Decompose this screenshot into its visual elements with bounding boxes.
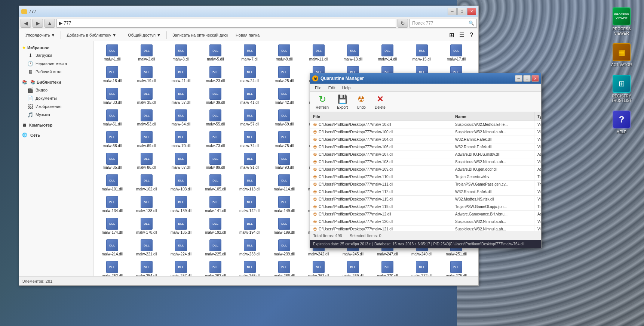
desktop-icon-process-viewer[interactable]: PROCESSVIEWER PROCESS VIEWER bbox=[607, 7, 637, 36]
table-row[interactable]: ☢ C:\Users\Proffkom\Desktop\777\malw-106… bbox=[310, 143, 541, 151]
list-item[interactable]: DLL malw-178.dll bbox=[130, 216, 163, 237]
qm-close-button[interactable]: ✕ bbox=[531, 75, 539, 82]
list-item[interactable]: DLL malw-93.dll bbox=[267, 151, 301, 172]
list-item[interactable]: DLL malw-113.dll bbox=[233, 173, 267, 193]
sidebar-favorites-header[interactable]: ★ Избранное bbox=[19, 44, 93, 51]
list-item[interactable]: DLL malw-91.dll bbox=[233, 151, 267, 172]
search-box[interactable]: Поиск 777 🔍 bbox=[410, 19, 477, 28]
sidebar-item-images[interactable]: 🖼 Изображения bbox=[19, 102, 93, 111]
list-item[interactable]: DLL malw-35.dll bbox=[130, 86, 163, 107]
desktop-icon-help[interactable]: ? HELP bbox=[607, 111, 637, 134]
list-item[interactable]: DLL malw-199.dll bbox=[267, 216, 301, 237]
qm-export-button[interactable]: 💾 Export bbox=[334, 93, 350, 111]
qm-delete-button[interactable]: ✕ Delete bbox=[372, 93, 388, 111]
sidebar-item-music[interactable]: 🎵 Музыка bbox=[19, 111, 93, 119]
list-item[interactable]: DLL malw-2.dll bbox=[130, 43, 163, 63]
table-row[interactable]: ☢ C:\Users\Proffkom\Desktop\777\malw-107… bbox=[310, 151, 541, 158]
list-item[interactable]: DLL malw-70.dll bbox=[164, 129, 198, 150]
list-item[interactable]: DLL malw-59.dll bbox=[267, 108, 301, 128]
list-item[interactable]: DLL malw-11.dll bbox=[302, 43, 335, 63]
list-item[interactable]: DLL malw-89.dll bbox=[199, 151, 232, 172]
list-item[interactable]: DLL malw-141.dll bbox=[199, 194, 232, 215]
table-row[interactable]: ☢ C:\Users\Proffkom\Desktop\777\malw-104… bbox=[310, 136, 541, 143]
list-item[interactable]: DLL malw-73.dll bbox=[199, 129, 232, 150]
table-row[interactable]: ☢ C:\Users\Proffkom\Desktop\777\malw-110… bbox=[310, 173, 541, 181]
list-item[interactable]: DLL malw-17.dll bbox=[439, 43, 473, 63]
list-item[interactable]: DLL malw-239.dll bbox=[267, 237, 301, 258]
explorer-close-button[interactable]: ✕ bbox=[467, 8, 476, 15]
view-icon[interactable]: ☰ bbox=[457, 31, 467, 39]
list-item[interactable]: DLL malw-270.dll bbox=[371, 259, 404, 276]
sidebar-libraries-header[interactable]: 📚 📚 Библиотеки bbox=[19, 79, 93, 86]
sidebar-item-desktop[interactable]: 🖥 Рабочий стол bbox=[19, 68, 93, 76]
list-item[interactable]: DLL malw-75.dll bbox=[267, 129, 301, 150]
table-row[interactable]: ☢ C:\Users\Proffkom\Desktop\777\malw-108… bbox=[310, 158, 541, 166]
list-item[interactable]: DLL malw-24.dll bbox=[233, 64, 267, 85]
list-item[interactable]: DLL malw-14.dll bbox=[371, 43, 404, 63]
desktop-icon-activator[interactable]: ▦ ACTIVATOR bbox=[607, 43, 637, 67]
sidebar-computer-header[interactable]: 🖥 Компьютер bbox=[19, 122, 93, 128]
list-item[interactable]: DLL malw-1.dll bbox=[95, 43, 129, 63]
list-item[interactable]: DLL malw-18.dll bbox=[95, 64, 129, 85]
list-item[interactable]: DLL malw-21.dll bbox=[164, 64, 198, 85]
table-row[interactable]: ☢ C:\Users\Proffkom\Desktop\777\malw-120… bbox=[310, 218, 541, 226]
list-item[interactable]: DLL malw-85.dll bbox=[95, 151, 129, 172]
list-item[interactable]: DLL malw-174.dll bbox=[95, 216, 129, 237]
list-item[interactable]: DLL malw-221.dll bbox=[130, 237, 163, 258]
qm-menu-help[interactable]: Help bbox=[339, 84, 354, 91]
list-item[interactable]: DLL malw-192.dll bbox=[199, 216, 232, 237]
list-item[interactable]: DLL malw-105.dll bbox=[199, 173, 232, 193]
list-item[interactable]: DLL malw-266.dll bbox=[267, 259, 301, 276]
qm-menu-file[interactable]: File bbox=[312, 84, 325, 91]
list-item[interactable]: DLL malw-69.dll bbox=[130, 129, 163, 150]
table-row[interactable]: ☢ C:\Users\Proffkom\Desktop\777\malw-119… bbox=[310, 203, 541, 211]
list-item[interactable]: DLL malw-57.dll bbox=[233, 108, 267, 128]
list-item[interactable]: DLL malw-33.dll bbox=[95, 86, 129, 107]
list-item[interactable]: DLL malw-39.dll bbox=[199, 86, 232, 107]
list-item[interactable]: DLL malw-114.dll bbox=[267, 173, 301, 193]
list-item[interactable]: DLL malw-185.dll bbox=[164, 216, 198, 237]
list-item[interactable]: DLL malw-15.dll bbox=[405, 43, 439, 63]
list-item[interactable]: DLL malw-103.dll bbox=[164, 173, 198, 193]
list-item[interactable]: DLL malw-142.dll bbox=[233, 194, 267, 215]
qm-minimize-button[interactable]: ─ bbox=[515, 75, 522, 82]
qm-menu-edit[interactable]: Edit bbox=[325, 84, 339, 91]
refresh-button[interactable]: ↻ bbox=[398, 19, 408, 28]
explorer-minimize-button[interactable]: ─ bbox=[448, 8, 457, 15]
list-item[interactable]: DLL malw-225.dll bbox=[199, 237, 232, 258]
list-item[interactable]: DLL malw-269.dll bbox=[336, 259, 370, 276]
list-item[interactable]: DLL malw-214.dll bbox=[95, 237, 129, 258]
list-item[interactable]: DLL malw-5.dll bbox=[199, 43, 232, 63]
up-button[interactable]: ▲ bbox=[45, 19, 55, 28]
list-item[interactable]: DLL malw-19.dll bbox=[130, 64, 163, 85]
table-row[interactable]: ☢ C:\Users\Proffkom\Desktop\777\malw-10.… bbox=[310, 121, 541, 128]
share-button[interactable]: Общий доступ ▼ bbox=[125, 30, 164, 40]
back-button[interactable]: ◀ bbox=[21, 19, 31, 28]
sidebar-item-downloads[interactable]: ⬇ Загрузки bbox=[19, 51, 93, 59]
table-row[interactable]: ☢ C:\Users\Proffkom\Desktop\777\malw-100… bbox=[310, 128, 541, 136]
table-row[interactable]: ☢ C:\Users\Proffkom\Desktop\777\malw-115… bbox=[310, 196, 541, 203]
table-row[interactable]: ☢ C:\Users\Proffkom\Desktop\777\malw-121… bbox=[310, 226, 541, 231]
list-item[interactable]: DLL malw-233.dll bbox=[233, 237, 267, 258]
sidebar-item-recent[interactable]: 🕐 Недавние места bbox=[19, 59, 93, 68]
list-item[interactable]: DLL malw-254.dll bbox=[130, 259, 163, 276]
add-library-button[interactable]: Добавить в библиотеку ▼ bbox=[63, 30, 120, 40]
list-item[interactable]: DLL malw-194.dll bbox=[233, 216, 267, 237]
new-folder-button[interactable]: Новая папка bbox=[232, 30, 263, 40]
view-options-icon[interactable]: ⊞ bbox=[447, 31, 456, 39]
list-item[interactable]: DLL malw-41.dll bbox=[233, 86, 267, 107]
list-item[interactable]: DLL malw-54.dll bbox=[164, 108, 198, 128]
list-item[interactable]: DLL malw-149.dll bbox=[267, 194, 301, 215]
list-item[interactable]: DLL malw-138.dll bbox=[130, 194, 163, 215]
list-item[interactable]: DLL malw-139.dll bbox=[164, 194, 198, 215]
list-item[interactable]: DLL malw-101.dll bbox=[95, 173, 129, 193]
table-row[interactable]: ☢ C:\Users\Proffkom\Desktop\777\malw-12.… bbox=[310, 211, 541, 218]
list-item[interactable]: DLL malw-74.dll bbox=[233, 129, 267, 150]
list-item[interactable]: DLL malw-55.dll bbox=[199, 108, 232, 128]
forward-button[interactable]: ▶ bbox=[33, 19, 43, 28]
list-item[interactable]: DLL malw-9.dll bbox=[267, 43, 301, 63]
list-item[interactable]: DLL malw-23.dll bbox=[199, 64, 232, 85]
list-item[interactable]: DLL malw-13.dll bbox=[336, 43, 370, 63]
list-item[interactable]: DLL malw-68.dll bbox=[95, 129, 129, 150]
list-item[interactable]: DLL malw-224.dll bbox=[164, 237, 198, 258]
